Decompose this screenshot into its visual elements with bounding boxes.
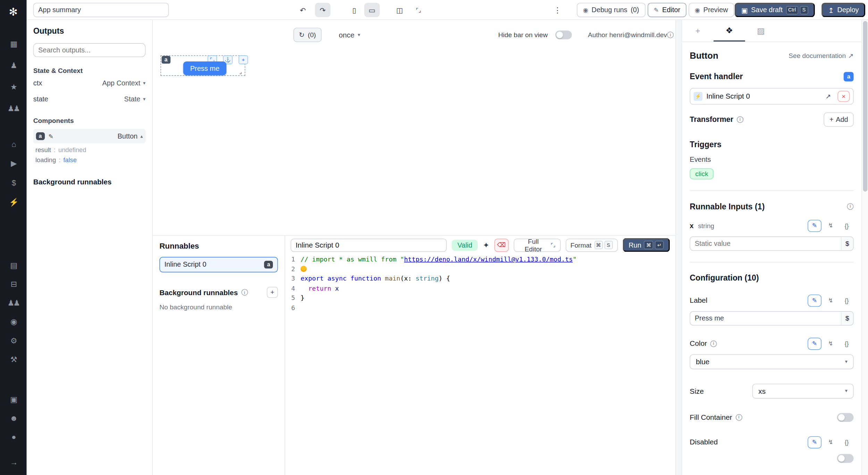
script-editor-toolbar: Valid ✦ ⌫ Full Editor ⌜⌟ Format ⌘S Run	[285, 236, 675, 252]
dollar-expr-button[interactable]: $	[841, 311, 853, 325]
output-row[interactable]: state State ▾	[33, 91, 146, 107]
script-name-input[interactable]	[291, 238, 447, 251]
rename-pencil-icon[interactable]: ✎	[49, 133, 54, 140]
prop-key: loading	[35, 157, 56, 163]
audit-logs-eye-icon[interactable]: ◉	[7, 317, 19, 327]
connect-plug-button[interactable]: ↯	[824, 338, 837, 350]
full-editor-button[interactable]: Full Editor ⌜⌟	[514, 238, 560, 251]
schedules-calendar-icon[interactable]: ▤	[7, 261, 19, 270]
connect-plug-button[interactable]: ↯	[824, 294, 837, 307]
settings-body: Button See documentation ↗ Event handler…	[682, 42, 861, 475]
event-handler-script-row[interactable]: ⚡ Inline Script 0 ↗ ×	[690, 88, 854, 105]
disabled-toggle[interactable]	[837, 454, 854, 463]
variables-dollar-icon[interactable]: $	[7, 178, 19, 188]
styling-tab[interactable]: ▨	[745, 20, 777, 41]
collapse-sidebar-icon[interactable]: →	[7, 458, 19, 467]
workers-icon[interactable]: ⚒	[7, 355, 19, 364]
search-outputs-input[interactable]	[33, 43, 146, 57]
redo-icon[interactable]: ↷	[315, 3, 331, 17]
workspace-users-icon[interactable]: ♟♟	[7, 104, 19, 114]
home-icon[interactable]: ⌂	[7, 140, 19, 149]
static-pencil-button[interactable]: ✎	[808, 338, 821, 350]
resources-icon[interactable]: ⚡	[7, 198, 19, 207]
github-icon[interactable]: ●	[7, 432, 19, 442]
color-mode-buttons: ✎ ↯ {}	[808, 338, 853, 350]
schedule-dropdown[interactable]: once ▾	[335, 28, 364, 42]
url-link-token[interactable]: https://deno.land/x/windmill@v1.133.0/mo…	[404, 255, 573, 263]
insert-component-tab[interactable]: +	[682, 20, 713, 41]
favorites-star-icon[interactable]: ★	[7, 83, 19, 92]
ai-wand-icon[interactable]: ✦	[483, 241, 490, 250]
discord-icon[interactable]: ☻	[7, 414, 19, 423]
template-eval-button[interactable]: {}	[840, 338, 854, 350]
lightbulb-suggestion-icon[interactable]	[301, 266, 307, 272]
pencil-icon: ✎	[654, 6, 659, 14]
static-pencil-button[interactable]: ✎	[808, 436, 821, 448]
preview-tab[interactable]: ◉ Preview	[688, 3, 734, 17]
chevron-up-icon[interactable]: ▴	[140, 133, 143, 139]
folders-icon[interactable]: ⊟	[7, 280, 19, 289]
settings-gear-icon[interactable]: ⚙	[7, 336, 19, 345]
resize-handle-icon[interactable]: ⌟	[239, 69, 242, 75]
connect-plug-button[interactable]: ↯	[824, 436, 837, 448]
template-eval-button[interactable]: {}	[840, 436, 854, 448]
runs-play-icon[interactable]: ▶	[7, 159, 19, 168]
size-select-value: xs	[758, 387, 766, 395]
label-value-input[interactable]	[690, 314, 841, 322]
static-pencil-button[interactable]: ✎	[808, 294, 821, 307]
app-canvas[interactable]: ↻ (0) once ▾ Hide bar on view Author hen…	[153, 20, 675, 235]
chevron-down-icon[interactable]: ▾	[143, 80, 145, 85]
scrollbar-thumb[interactable]	[863, 21, 868, 192]
deploy-button[interactable]: ↥ Deploy	[821, 3, 866, 17]
apps-grid-icon[interactable]: ▦	[7, 39, 19, 49]
component-row-a[interactable]: a ✎ Button ▴	[33, 129, 146, 143]
chevron-down-icon[interactable]: ▾	[143, 96, 145, 102]
static-value-input[interactable]	[690, 240, 841, 247]
delete-script-button[interactable]: ⌫	[494, 238, 509, 251]
recompute-all-button[interactable]: ↻ (0)	[293, 28, 322, 42]
fullscreen-icon[interactable]: ⌜⌟	[411, 3, 426, 17]
undo-icon[interactable]: ↶	[295, 3, 311, 17]
bug-icon: ◉	[583, 6, 588, 14]
user-icon[interactable]: ♟	[7, 61, 19, 70]
windmill-logo[interactable]: ✻	[9, 6, 18, 18]
selected-component-outline[interactable]: a ⌜⌟ ⚓ + Press me ⌟	[160, 55, 245, 76]
groups-icon[interactable]: ♟♟	[7, 298, 19, 308]
run-button[interactable]: Run ⌘↵	[623, 238, 670, 252]
template-eval-button[interactable]: {}	[840, 219, 854, 232]
inline-script-item[interactable]: Inline Script 0 a	[159, 257, 278, 273]
press-me-button[interactable]: Press me	[183, 61, 226, 75]
component-settings-tab[interactable]: ❖	[713, 20, 745, 41]
more-menu-icon[interactable]: ⋮	[552, 3, 562, 17]
add-transformer-button[interactable]: + Add	[824, 112, 853, 126]
see-documentation-link[interactable]: See documentation ↗	[788, 52, 853, 60]
connect-plug-button[interactable]: ↯	[824, 219, 837, 232]
output-row[interactable]: ctx App Context ▾	[33, 75, 146, 91]
mobile-view-icon[interactable]: ▯	[347, 3, 362, 17]
size-select[interactable]: xs ▾	[752, 383, 854, 398]
add-background-runnable-button[interactable]: +	[267, 287, 278, 298]
center-align-icon[interactable]: ◫	[392, 3, 408, 17]
move-component-icon[interactable]: +	[239, 55, 248, 64]
color-select[interactable]: blue ▾	[690, 354, 854, 369]
hide-bar-toggle[interactable]	[555, 31, 572, 40]
remove-script-button[interactable]: ×	[837, 91, 850, 102]
debug-runs-button[interactable]: ◉ Debug runs (0)	[577, 3, 645, 17]
editor-tab[interactable]: ✎ Editor	[648, 3, 686, 17]
code-editor[interactable]: 123456 // import * as wmill from "https:…	[285, 252, 675, 475]
save-draft-button[interactable]: ▣ Save draft CtrlS	[735, 3, 815, 17]
add-label: Add	[836, 116, 848, 123]
format-button[interactable]: Format ⌘S	[566, 238, 618, 251]
fill-container-toggle[interactable]	[837, 413, 854, 422]
nav-group-admin: ▤⊟♟♟◉⚙⚒	[7, 261, 19, 364]
label-mode-buttons: ✎ ↯ {}	[808, 294, 853, 307]
open-script-icon[interactable]: ↗	[823, 92, 834, 100]
docs-book-icon[interactable]: ▣	[7, 395, 19, 404]
template-eval-button[interactable]: {}	[840, 294, 854, 307]
canvas-scrollbar-gutter[interactable]	[675, 20, 682, 475]
app-summary-input[interactable]	[33, 3, 169, 17]
panel-scrollbar[interactable]	[861, 20, 868, 475]
static-pencil-button[interactable]: ✎	[808, 219, 821, 232]
dollar-expr-button[interactable]: $	[841, 237, 853, 250]
desktop-view-icon[interactable]: ▭	[364, 3, 380, 17]
